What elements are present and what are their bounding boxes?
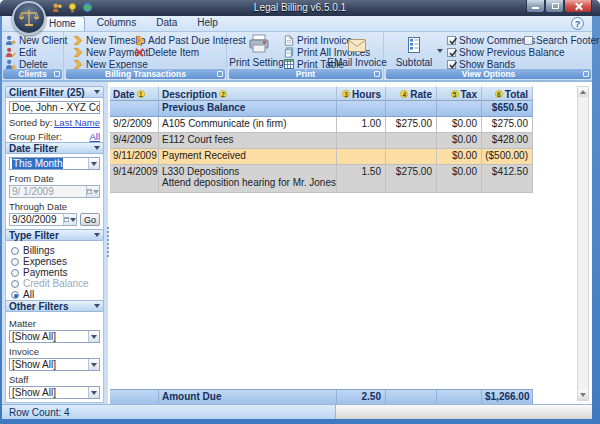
subtotal-button[interactable]: Subtotal [393, 34, 435, 68]
yellow-arrow-icon [72, 59, 83, 70]
radio-all[interactable]: All [11, 290, 100, 299]
column-header-total[interactable]: 6Total [482, 86, 533, 101]
tab-home[interactable]: Home [40, 16, 85, 31]
table-row-payment[interactable]: 9/11/2009 Payment Received $0.00 ($500.0… [110, 149, 533, 165]
radio-payments[interactable]: Payments [11, 268, 100, 277]
date-preset-combo[interactable]: This Month [9, 157, 100, 170]
edit-client-button[interactable]: Edit [5, 46, 67, 58]
sort-order-badge: 1 [137, 90, 145, 98]
printer-icon [248, 34, 270, 53]
through-date-label: Through Date [9, 201, 100, 212]
sort-order-badge: 6 [495, 90, 503, 98]
matter-combo[interactable]: [Show All] [9, 330, 100, 343]
filter-sidebar: Client Filter (25) Doe, John - XYZ Corpo… [2, 82, 108, 404]
table-row[interactable]: 9/2/2009 A105 Communicate (in firm) 1.00… [110, 117, 533, 133]
staff-label: Staff [9, 374, 100, 385]
scroll-up-icon [580, 90, 586, 94]
show-previous-balance-checkbox[interactable]: Show Previous Balance [447, 46, 565, 58]
go-button[interactable]: Go [80, 213, 100, 226]
client-filter-header[interactable]: Client Filter (25) [5, 86, 104, 98]
pages-icon [284, 47, 294, 58]
sort-order-badge: 2 [219, 90, 227, 98]
app-button[interactable] [12, 1, 46, 35]
type-filter-header[interactable]: Type Filter [5, 229, 104, 241]
table-row[interactable]: 9/4/2009 E112 Court fees $0.00 $428.00 [110, 133, 533, 149]
group-filter-link[interactable]: All [89, 131, 100, 142]
column-header-hours[interactable]: 3Hours [337, 86, 386, 101]
combo-arrow-icon [88, 331, 99, 342]
column-header-rate[interactable]: 4Rate [386, 86, 437, 101]
email-invoice-button[interactable]: EMail Invoice [332, 34, 382, 68]
app-window: Legal Billing v6.5.0.1 Home Columns Data… [0, 0, 600, 424]
from-date-input[interactable]: 9/ 1/2009 [9, 185, 100, 198]
new-client-button[interactable]: New Client [5, 34, 67, 46]
calendar-icon [86, 186, 99, 197]
person-edit-icon [5, 47, 16, 58]
dialog-launcher-icon[interactable] [217, 71, 223, 77]
close-button[interactable] [564, 0, 592, 13]
other-filters-header[interactable]: Other Filters [5, 300, 104, 312]
checkbox-icon [447, 36, 456, 45]
titlebar: Legal Billing v6.5.0.1 [0, 0, 600, 16]
radio-icon [11, 247, 19, 255]
vertical-scrollbar[interactable] [577, 86, 589, 401]
dialog-launcher-icon[interactable] [54, 71, 60, 77]
help-button[interactable]: ? [571, 17, 584, 30]
person-add-icon [5, 35, 16, 46]
ribbon: New Client Edit Delete Clients New Times… [2, 31, 592, 80]
minimize-button[interactable] [526, 0, 545, 13]
radio-credit-balance[interactable]: Credit Balance [11, 279, 100, 288]
table-icon [284, 59, 294, 69]
subtotal-dropdown-icon[interactable] [437, 49, 443, 53]
tab-help[interactable]: Help [189, 16, 226, 31]
close-icon [574, 2, 583, 10]
dialog-launcher-icon[interactable] [583, 71, 589, 77]
column-header-tax[interactable]: 5Tax [437, 86, 482, 101]
subtotal-icon [406, 37, 422, 53]
column-header-description[interactable]: Description2 [159, 86, 337, 101]
print-settings-button[interactable]: Print Settings [234, 34, 284, 68]
checkbox-icon [447, 60, 456, 69]
quick-access-toolbar [52, 2, 93, 13]
lamp-icon[interactable] [67, 2, 78, 13]
other-filters-panel: Other Filters Matter [Show All] Invoice … [5, 300, 104, 403]
maximize-button[interactable] [545, 0, 564, 13]
radio-icon [11, 280, 19, 288]
radio-expenses[interactable]: Expenses [11, 257, 100, 266]
scales-icon [18, 7, 40, 29]
sort-order-badge: 3 [342, 90, 350, 98]
search-footer-checkbox[interactable]: Search Footer [524, 34, 599, 46]
column-header-date[interactable]: Date1 [110, 86, 159, 101]
scroll-down-button[interactable] [578, 390, 588, 400]
table-row[interactable]: 9/14/2009 L330 DepositionsAttend deposit… [110, 165, 533, 193]
scroll-up-button[interactable] [578, 87, 588, 97]
amount-due-row: Amount Due 2.50 $1,266.00 [110, 389, 533, 405]
group-print: Print Settings Print Invoice Print All I… [228, 32, 384, 80]
through-date-input[interactable]: 9/30/2009 [9, 213, 77, 226]
sort-order-badge: 4 [400, 90, 408, 98]
group-label-view-options: View Options [386, 69, 591, 79]
date-filter-header[interactable]: Date Filter [5, 142, 104, 154]
tab-columns[interactable]: Columns [89, 16, 144, 31]
people-icon[interactable] [52, 2, 63, 13]
sorted-by-link[interactable]: Last Name [54, 117, 100, 128]
group-label-billing-transactions: Billing Transactions [66, 69, 225, 79]
client-combo[interactable]: Doe, John - XYZ Corporation [9, 101, 100, 114]
amount-due-hours: 2.50 [337, 390, 386, 405]
tab-data[interactable]: Data [148, 16, 185, 31]
combo-arrow-icon [88, 387, 99, 398]
combo-arrow-icon [88, 158, 99, 169]
sort-order-badge: 5 [451, 90, 459, 98]
dialog-launcher-icon[interactable] [374, 71, 380, 77]
globe-icon[interactable] [82, 2, 93, 13]
window-title: Legal Billing v6.5.0.1 [150, 2, 450, 13]
staff-combo[interactable]: [Show All] [9, 386, 100, 399]
checkbox-icon [447, 48, 456, 57]
type-filter-panel: Type Filter Billings Expenses Payments C… [5, 229, 104, 305]
table-row-previous-balance[interactable]: Previous Balance $650.50 [110, 101, 533, 117]
group-clients: New Client Edit Delete Clients [2, 32, 64, 80]
calendar-icon[interactable] [63, 214, 76, 225]
invoice-combo[interactable]: [Show All] [9, 358, 100, 371]
yellow-arrow-icon [134, 35, 145, 46]
radio-billings[interactable]: Billings [11, 246, 100, 255]
